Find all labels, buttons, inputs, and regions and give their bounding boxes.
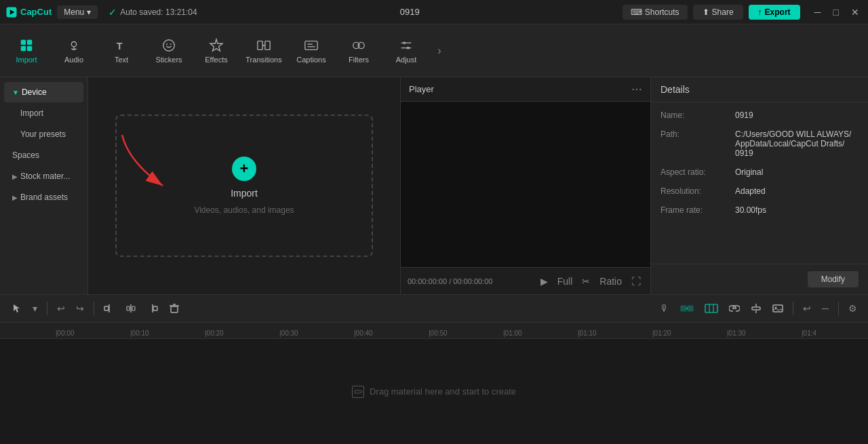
toolbar-adjust[interactable]: Adjust — [382, 27, 430, 75]
svg-rect-3 — [27, 39, 32, 44]
svg-rect-43 — [752, 307, 760, 310]
link-button[interactable] — [725, 300, 744, 317]
ruler-mark: |00:50 — [427, 330, 502, 338]
svg-point-10 — [166, 43, 167, 45]
ratio-button[interactable]: Ratio — [597, 275, 625, 288]
import-label: Import — [231, 188, 258, 199]
details-body: Name: 0919 Path: C:/Users/GOOD WILL ALWA… — [651, 102, 868, 264]
left-panel: ▼ Device Import Your presets Spaces ▶ St… — [0, 77, 88, 294]
toolbar-import[interactable]: Import — [3, 27, 50, 75]
svg-rect-46 — [773, 305, 783, 312]
toolbar-effects[interactable]: Effects — [193, 27, 240, 75]
details-footer: Modify — [651, 264, 868, 294]
detail-label-path: Path: — [660, 129, 735, 139]
mic-button[interactable]: 🎙 — [656, 300, 673, 317]
ruler-mark: |00:00 — [54, 330, 129, 338]
toolbar-text[interactable]: T Text — [98, 27, 145, 75]
audio-icon — [66, 38, 81, 53]
player-viewport — [401, 102, 650, 267]
text-icon: T — [114, 38, 129, 53]
toolbar-captions[interactable]: Captions — [288, 27, 335, 75]
resize-button[interactable] — [747, 300, 766, 317]
svg-rect-39 — [705, 304, 717, 312]
split-button[interactable] — [121, 300, 140, 317]
toolbar-audio[interactable]: Audio — [50, 27, 98, 75]
detail-value-aspect: Original — [735, 167, 859, 177]
sidebar-item-your-presets[interactable]: Your presets — [4, 124, 83, 144]
ruler-mark: |01:30 — [726, 330, 800, 338]
effects-icon — [209, 38, 224, 53]
sidebar-item-brand-assets[interactable]: ▶ Brand assets — [4, 187, 83, 207]
minus-zoom-button[interactable]: ─ — [818, 300, 833, 317]
maximize-button[interactable]: □ — [830, 5, 842, 19]
toolbar-transitions[interactable]: Transitions — [240, 27, 288, 75]
detail-row-path: Path: C:/Users/GOOD WILL ALWAYS/ AppData… — [660, 129, 859, 158]
detail-value-path: C:/Users/GOOD WILL ALWAYS/ AppData/Local… — [735, 129, 859, 158]
menu-button[interactable]: Menu ▾ — [57, 5, 98, 19]
menu-chevron-icon: ▾ — [87, 7, 91, 17]
app-logo: CapCut — [5, 6, 52, 18]
toolbar-expand-button[interactable]: › — [430, 27, 449, 75]
delete-button[interactable] — [165, 300, 184, 317]
export-button[interactable]: ↑ Export — [749, 5, 800, 20]
share-button[interactable]: ⬆ Share — [693, 5, 743, 20]
svg-rect-33 — [171, 306, 178, 312]
settings-button[interactable]: ⚙ — [844, 300, 861, 317]
title-actions: ⌨ Shortcuts ⬆ Share ↑ Export — [623, 5, 800, 20]
ruler-marks-container: |00:00|00:10|00:20|00:30|00:40|00:50|01:… — [0, 323, 868, 338]
undo-history-button[interactable]: ↩ — [799, 300, 815, 317]
modify-button[interactable]: Modify — [808, 271, 859, 287]
minimize-button[interactable]: ─ — [811, 5, 825, 19]
cursor-icon — [11, 303, 22, 314]
detail-value-name: 0919 — [735, 110, 859, 120]
image-button[interactable] — [768, 300, 787, 317]
detail-row-aspect: Aspect ratio: Original — [660, 167, 859, 177]
fit-button[interactable]: ⛶ — [629, 275, 644, 288]
shortcuts-button[interactable]: ⌨ Shortcuts — [623, 5, 688, 20]
sidebar-item-import[interactable]: Import — [4, 103, 83, 123]
svg-rect-13 — [258, 41, 262, 49]
close-button[interactable]: ✕ — [848, 5, 863, 19]
svg-point-23 — [403, 41, 406, 44]
redo-button[interactable]: ↪ — [72, 300, 88, 317]
select-tool-button[interactable] — [7, 300, 26, 317]
split-right-icon — [147, 303, 158, 314]
svg-point-11 — [170, 43, 172, 45]
svg-marker-12 — [210, 39, 222, 50]
split-right-button[interactable] — [143, 300, 162, 317]
svg-rect-16 — [305, 41, 317, 49]
fullscreen-button[interactable]: Full — [555, 275, 576, 288]
detail-value-resolution: Adapted — [735, 186, 859, 196]
detail-label-resolution: Resolution: — [660, 186, 735, 196]
arrow-icon: ▶ — [12, 194, 18, 201]
undo-button[interactable]: ↩ — [53, 300, 69, 317]
export-icon: ↑ — [758, 7, 762, 17]
player-title: Player — [409, 84, 434, 94]
svg-rect-48 — [355, 390, 361, 393]
arrow-icon: ▶ — [12, 173, 18, 180]
link-audio-button[interactable] — [676, 301, 698, 316]
play-button[interactable]: ▶ — [538, 275, 551, 288]
import-button[interactable]: + Import Videos, audios, and images — [115, 115, 373, 257]
import-plus-icon: + — [232, 157, 256, 181]
sidebar-item-stock-material[interactable]: ▶ Stock mater... — [4, 166, 83, 186]
crop-button[interactable]: ✂ — [579, 275, 593, 288]
detail-row-resolution: Resolution: Adapted — [660, 186, 859, 196]
detail-label-framerate: Frame rate: — [660, 205, 735, 215]
toolbar-stickers[interactable]: Stickers — [145, 27, 193, 75]
ruler-mark: |00:20 — [203, 330, 278, 338]
ruler-mark: |00:40 — [353, 330, 427, 338]
toolbar-separator-2 — [94, 302, 94, 315]
sidebar-item-spaces[interactable]: Spaces — [4, 145, 83, 165]
player-panel: Player ⋯ 00:00:00:00 / 00:00:00:00 ▶ Ful… — [400, 77, 651, 294]
player-menu-icon[interactable]: ⋯ — [631, 83, 642, 96]
select-chevron-button[interactable]: ▾ — [28, 300, 41, 317]
ruler-mark: |01:4 — [800, 330, 868, 338]
clip-manage-button[interactable] — [701, 301, 722, 316]
toolbar-separator-1 — [47, 302, 47, 315]
split-left-button[interactable] — [100, 300, 119, 317]
import-sublabel: Videos, audios, and images — [194, 205, 294, 215]
sidebar-item-device[interactable]: ▼ Device — [4, 82, 83, 102]
svg-rect-5 — [27, 45, 32, 50]
toolbar-filters[interactable]: Filters — [335, 27, 382, 75]
